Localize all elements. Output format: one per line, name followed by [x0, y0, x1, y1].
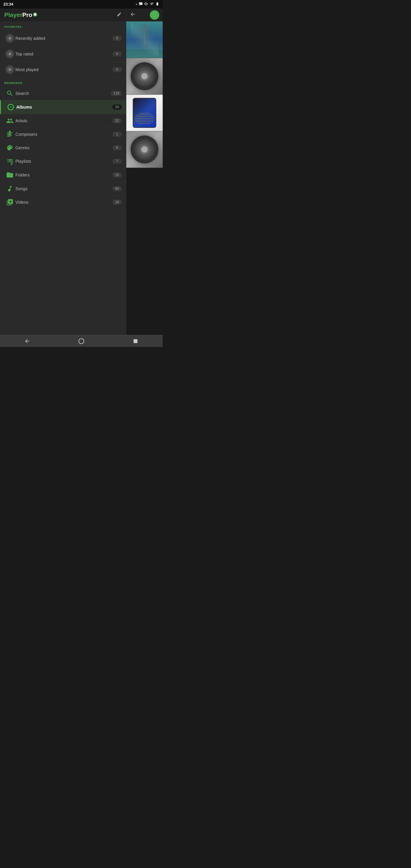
- search-icon: [4, 90, 15, 97]
- svg-line-20: [148, 36, 149, 43]
- sidebar-item-top-rated[interactable]: Top rated 0: [0, 46, 126, 62]
- songs-icon: [4, 185, 15, 192]
- svg-rect-23: [126, 49, 163, 58]
- artists-icon: [4, 117, 15, 124]
- album-card-video[interactable]: VideoContent: [126, 131, 163, 168]
- folders-icon: [4, 171, 15, 179]
- artists-label: Artists: [15, 118, 113, 123]
- svg-line-19: [140, 36, 141, 43]
- app-logo: Player Pro: [4, 11, 37, 19]
- sidebar-item-videos[interactable]: Videos 18: [0, 195, 126, 209]
- composers-icon: [4, 131, 15, 138]
- top-rated-label: Top rated: [15, 52, 113, 57]
- sidebar-item-composers[interactable]: Composers 1: [0, 128, 126, 141]
- svg-line-16: [145, 24, 150, 30]
- sidebar-item-search[interactable]: Search 119: [0, 87, 126, 100]
- svg-rect-25: [133, 339, 137, 343]
- notification-icon: ▪: [136, 2, 137, 6]
- logo-star: [33, 12, 37, 18]
- folders-count: 15: [113, 173, 122, 178]
- nav-recent-button[interactable]: [129, 335, 142, 347]
- search-label: Search: [15, 91, 111, 96]
- albums-label: Albums: [16, 105, 113, 110]
- sidebar-item-recently-added[interactable]: Recently added 0: [0, 31, 126, 46]
- vinyl-disc-video: [131, 135, 158, 163]
- svg-rect-5: [7, 132, 12, 133]
- album-list: To the Sea Track Version Too Proud: [126, 22, 163, 335]
- sidebar-item-songs[interactable]: Songs 60: [0, 182, 126, 195]
- svg-point-4: [10, 107, 11, 108]
- sidebar-item-genres[interactable]: Genres 6: [0, 141, 126, 155]
- svg-line-17: [139, 30, 140, 36]
- recently-added-label: Recently added: [15, 36, 113, 41]
- main-layout: Player Pro FAVORITES: [0, 8, 163, 335]
- sidebar-item-most-played[interactable]: Most played 0: [0, 62, 126, 78]
- album-card-too-proud[interactable]: Too Proud: [126, 58, 163, 95]
- wifi-icon: [150, 2, 154, 7]
- composers-count: 1: [113, 132, 122, 137]
- videos-count: 18: [113, 199, 122, 205]
- videos-label: Videos: [15, 200, 113, 205]
- status-bar: 23:34 ▪: [0, 0, 163, 8]
- album-art-to-the-sea: [126, 22, 163, 58]
- search-count: 119: [111, 91, 122, 96]
- playlists-label: Playlists: [15, 159, 113, 164]
- top-rated-count: 0: [113, 52, 122, 57]
- album-card-to-the-sea[interactable]: To the Sea Track Version: [126, 22, 163, 58]
- vibrate-icon: [144, 2, 148, 7]
- svg-rect-10: [126, 22, 163, 58]
- sidebar-item-albums[interactable]: Albums 34: [0, 100, 126, 114]
- album-card-ukulele[interactable]: Ukulele Songs: [126, 95, 163, 131]
- most-played-icon: [4, 65, 15, 74]
- songs-count: 60: [113, 186, 122, 191]
- tablet-artwork: [133, 98, 156, 128]
- right-header: [126, 8, 163, 22]
- nav-back-button[interactable]: [21, 335, 34, 347]
- sidebar-item-playlists[interactable]: Playlists 7: [0, 155, 126, 168]
- albums-icon: [5, 103, 16, 111]
- album-art-ukulele: [126, 95, 163, 131]
- folders-label: Folders: [15, 173, 113, 178]
- profile-avatar[interactable]: [150, 10, 159, 20]
- svg-rect-7: [7, 135, 12, 135]
- right-panel: To the Sea Track Version Too Proud: [126, 8, 163, 335]
- genres-label: Genres: [15, 146, 113, 150]
- back-button[interactable]: [130, 11, 136, 19]
- edit-icon[interactable]: [117, 12, 122, 18]
- albums-count: 34: [113, 104, 122, 110]
- recently-added-count: 0: [113, 36, 122, 41]
- svg-line-22: [145, 30, 150, 36]
- sidebar-item-folders[interactable]: Folders 15: [0, 168, 126, 182]
- album-art-too-proud: [126, 58, 163, 94]
- cast-icon: [139, 2, 143, 7]
- nav-home-button[interactable]: [75, 335, 88, 347]
- svg-rect-6: [7, 134, 11, 134]
- browsers-label: BROWSERS: [0, 78, 126, 87]
- recently-added-icon: [4, 34, 15, 43]
- album-art-video: [126, 131, 163, 168]
- svg-line-21: [139, 30, 145, 36]
- svg-rect-8: [7, 136, 11, 137]
- most-played-count: 0: [113, 67, 122, 72]
- status-time: 23:34: [3, 2, 13, 7]
- vinyl-disc-large: [131, 62, 158, 90]
- most-played-label: Most played: [15, 67, 113, 72]
- favorites-label: FAVORITES: [0, 22, 126, 31]
- artists-count: 22: [113, 118, 122, 123]
- videos-icon: [4, 198, 15, 206]
- svg-point-24: [79, 339, 84, 344]
- sidebar-item-artists[interactable]: Artists 22: [0, 114, 126, 128]
- genres-icon: [4, 144, 15, 151]
- svg-line-18: [149, 30, 150, 36]
- songs-label: Songs: [15, 186, 113, 191]
- logo-pro: Pro: [22, 11, 32, 19]
- sidebar-header: Player Pro: [0, 8, 126, 22]
- sidebar: Player Pro FAVORITES: [0, 8, 126, 335]
- battery-icon: [155, 2, 159, 7]
- composers-label: Composers: [15, 132, 113, 137]
- playlists-icon: [4, 158, 15, 165]
- bottom-nav: [0, 335, 163, 347]
- svg-line-15: [139, 24, 145, 30]
- top-rated-icon: [4, 49, 15, 59]
- status-icons: ▪: [136, 2, 159, 7]
